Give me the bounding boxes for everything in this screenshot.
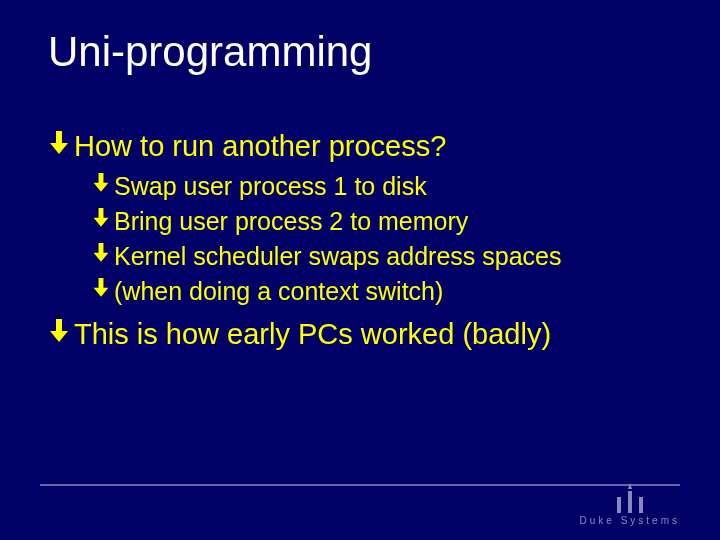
bullet-text: This is how early PCs worked (badly) [74, 316, 551, 352]
arrow-down-icon [92, 275, 114, 299]
bullet-level2: Swap user process 1 to disk [92, 170, 720, 203]
footer-logo: Duke Systems [580, 483, 680, 526]
bullet-text: (when doing a context switch) [114, 275, 443, 308]
bullet-text: Swap user process 1 to disk [114, 170, 427, 203]
bullet-level2: (when doing a context switch) [92, 275, 720, 308]
bullet-level2: Kernel scheduler swaps address spaces [92, 240, 720, 273]
footer-brand-text: Duke Systems [580, 515, 680, 526]
bullet-text: Bring user process 2 to memory [114, 205, 468, 238]
arrow-down-icon [92, 205, 114, 229]
arrow-down-icon [92, 170, 114, 194]
page-title: Uni-programming [0, 0, 720, 76]
chapel-icon [613, 483, 647, 513]
bullet-level1: This is how early PCs worked (badly) [48, 316, 720, 352]
bullet-level1: How to run another process? [48, 128, 720, 164]
arrow-down-icon [48, 128, 74, 156]
sub-bullets: Swap user process 1 to disk Bring user p… [48, 166, 720, 316]
arrow-down-icon [92, 240, 114, 264]
svg-marker-6 [628, 483, 632, 489]
bullet-text: How to run another process? [74, 128, 446, 164]
content-area: How to run another process? Swap user pr… [0, 76, 720, 353]
bullet-text: Kernel scheduler swaps address spaces [114, 240, 561, 273]
arrow-down-icon [48, 316, 74, 344]
bullet-level2: Bring user process 2 to memory [92, 205, 720, 238]
